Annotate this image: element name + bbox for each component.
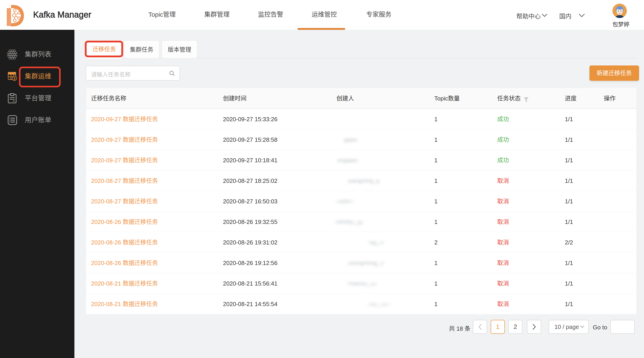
svg-text:$: $ <box>13 76 16 81</box>
